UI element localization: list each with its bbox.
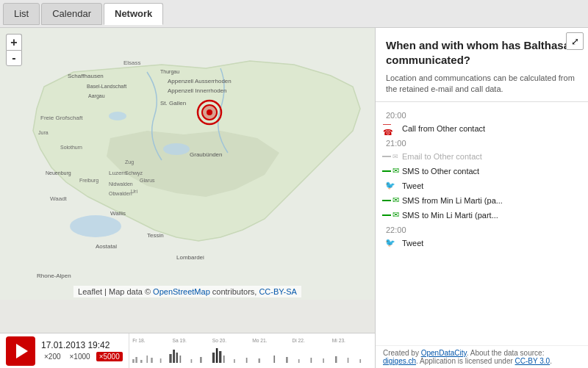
svg-rect-54: [258, 358, 260, 363]
svg-text:Uri: Uri: [131, 189, 137, 194]
svg-text:Schaffhausen: Schaffhausen: [68, 73, 104, 79]
list-item[interactable]: 🐦 Tweet: [376, 178, 588, 193]
svg-rect-42: [169, 354, 171, 363]
ccby-link[interactable]: CC-BY 3.0: [515, 357, 551, 365]
sms-green-solid-2-icon: ✉: [383, 210, 398, 220]
svg-text:Glarus: Glarus: [140, 178, 155, 183]
svg-rect-47: [200, 357, 202, 363]
svg-text:Freie Grofschaft: Freie Grofschaft: [40, 115, 83, 121]
svg-text:Neuenburg: Neuenburg: [46, 170, 71, 176]
event-sms-other-label: SMS to Other contact: [402, 167, 479, 176]
svg-rect-62: [359, 359, 361, 363]
svg-rect-59: [323, 358, 324, 363]
map-attribution: Leaflet | Map data © OpenStreetMap contr…: [74, 286, 301, 297]
svg-text:Elsass: Elsass: [123, 59, 141, 66]
panel-title: When and with whom has Balthasar communi…: [386, 38, 578, 67]
svg-rect-44: [176, 353, 178, 363]
svg-text:Luzern: Luzern: [109, 170, 126, 176]
svg-text:Di 22.: Di 22.: [292, 336, 304, 344]
svg-text:Appenzell Innerrhoden: Appenzell Innerrhoden: [168, 87, 227, 94]
event-tweet-1-label: Tweet: [402, 181, 423, 190]
sms-green-solid-icon: ✉: [383, 166, 398, 176]
event-email-label: Email to Other contact: [402, 152, 482, 161]
svg-rect-45: [179, 356, 181, 363]
svg-rect-46: [190, 359, 192, 363]
ccbysa-link[interactable]: CC-BY-SA: [259, 287, 297, 296]
location-marker: [196, 99, 223, 126]
zoom-controls: + -: [6, 34, 22, 66]
svg-text:Rhone-Alpen: Rhone-Alpen: [37, 273, 71, 279]
list-item[interactable]: — ☎ Call from Other contact: [376, 121, 588, 136]
list-item[interactable]: ✉ SMS to Other contact: [376, 164, 588, 178]
tab-calendar[interactable]: Calendar: [41, 3, 102, 25]
svg-rect-40: [151, 358, 153, 363]
svg-rect-39: [146, 356, 148, 363]
tab-network[interactable]: Network: [104, 3, 163, 25]
svg-text:Nidwalden: Nidwalden: [109, 181, 133, 187]
fullscreen-button[interactable]: ⤢: [566, 32, 584, 50]
list-item[interactable]: ✉ SMS from Min Li Marti (pa...: [376, 193, 588, 208]
svg-rect-58: [310, 358, 312, 363]
svg-rect-37: [135, 357, 137, 363]
svg-text:Lombardei: Lombardei: [176, 254, 204, 261]
time-label-21: 21:00: [376, 136, 588, 149]
list-item[interactable]: ✉ SMS to Min Li Marti (part...: [376, 208, 588, 223]
svg-text:Appenzell Ausserrhoden: Appenzell Ausserrhoden: [168, 78, 232, 84]
svg-text:Graubünden: Graubünden: [190, 151, 222, 158]
svg-rect-53: [246, 358, 248, 363]
svg-rect-52: [234, 359, 235, 363]
tweet-icon-2: 🐦: [383, 238, 398, 248]
svg-text:Sa 19.: Sa 19.: [172, 336, 186, 344]
sms-green-dashed-icon: ✉: [383, 195, 398, 206]
tab-list[interactable]: List: [3, 3, 40, 25]
svg-rect-61: [347, 358, 348, 363]
panel-description: Location and communcations can be calcul…: [386, 73, 578, 95]
event-call-label: Call from Other contact: [402, 124, 485, 133]
svg-text:Obwalden: Obwalden: [109, 191, 132, 196]
osm-link[interactable]: OpenStreetMap: [153, 287, 210, 296]
digiges-link[interactable]: digiges.ch: [383, 357, 416, 365]
speed-1000[interactable]: ×1000: [67, 352, 93, 361]
event-sms-from-label: SMS from Min Li Marti (pa...: [402, 196, 503, 205]
events-list: 20:00 — ☎ Call from Other contact 21:00 …: [376, 102, 588, 345]
opendatacity-link[interactable]: OpenDataCity: [421, 349, 467, 357]
email-grey-icon: ✉: [383, 151, 398, 162]
speed-5000[interactable]: ×5000: [96, 352, 123, 361]
svg-text:Zug: Zug: [125, 159, 134, 165]
svg-point-4: [109, 112, 126, 120]
time-label-20: 20:00: [376, 108, 588, 121]
play-button[interactable]: [6, 336, 35, 366]
svg-point-3: [163, 143, 190, 155]
list-item[interactable]: ✉ Email to Other contact: [376, 149, 588, 164]
zoom-in-button[interactable]: +: [6, 34, 22, 50]
panel-header: When and with whom has Balthasar communi…: [376, 28, 588, 102]
svg-text:Tessin: Tessin: [147, 232, 164, 239]
timeline-info: 17.01.2013 19:42 ×200 ×1000 ×5000: [41, 340, 123, 361]
svg-point-35: [202, 105, 217, 120]
call-red-icon: — ☎: [383, 123, 398, 134]
timeline-bar: 17.01.2013 19:42 ×200 ×1000 ×5000: [0, 333, 375, 368]
list-item[interactable]: 🐦 Tweet: [376, 236, 588, 250]
timeline-date: 17.01.2013 19:42: [41, 340, 123, 350]
speed-200[interactable]: ×200: [41, 352, 64, 361]
time-label-22: 22:00: [376, 223, 588, 236]
svg-text:Waadt: Waadt: [50, 195, 68, 202]
svg-text:Freiburg: Freiburg: [79, 178, 98, 184]
svg-text:So 20.: So 20.: [212, 336, 226, 344]
right-panel: ⤢ When and with whom has Balthasar commu…: [375, 28, 588, 368]
map-view[interactable]: Freie Grofschaft Jura Solothurn Waadt Fr…: [0, 28, 375, 368]
svg-text:Mi 23.: Mi 23.: [332, 336, 345, 344]
svg-rect-55: [273, 356, 275, 363]
svg-rect-48: [212, 353, 215, 363]
svg-text:Aostatal: Aostatal: [96, 243, 117, 250]
svg-text:St. Gallen: St. Gallen: [160, 100, 186, 107]
zoom-out-button[interactable]: -: [6, 50, 22, 66]
svg-rect-60: [335, 356, 337, 363]
svg-rect-50: [219, 351, 221, 363]
svg-rect-51: [223, 356, 225, 363]
tweet-icon-1: 🐦: [383, 181, 398, 191]
svg-text:Mo 21.: Mo 21.: [252, 336, 267, 344]
svg-text:Basel-Landschaft: Basel-Landschaft: [87, 84, 126, 89]
svg-rect-56: [286, 357, 288, 363]
timeline-chart[interactable]: Fr 18. Sa 19. So 20. Mo 21. Di 22. Mi 23…: [129, 333, 375, 369]
